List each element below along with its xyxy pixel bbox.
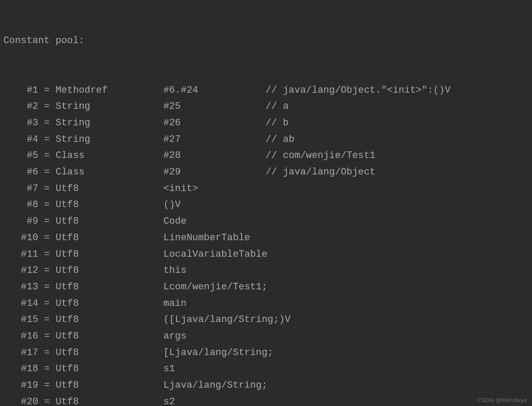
constant-pool-entry: #13 = Utf8Lcom/wenjie/Test1; <box>8 279 532 295</box>
entry-index: #16 <box>8 328 38 345</box>
entry-type: Utf8 <box>56 394 163 406</box>
constant-pool-entry: #16 = Utf8args <box>8 328 532 345</box>
constant-pool-entry: #9 = Utf8Code <box>8 213 532 230</box>
equals-sign: = <box>38 328 56 345</box>
entry-comment <box>266 295 532 312</box>
entry-comment <box>266 377 532 394</box>
entry-ref: Lcom/wenjie/Test1; <box>163 279 266 295</box>
constant-pool-entry: #4 = String#27// ab <box>8 131 532 148</box>
equals-sign: = <box>38 181 56 197</box>
entry-type: Utf8 <box>56 279 163 295</box>
entry-index: #10 <box>8 230 38 246</box>
constant-pool-entry: #12 = Utf8this <box>8 262 532 279</box>
entry-type: Utf8 <box>56 377 163 394</box>
constant-pool-entry: #8 = Utf8()V <box>8 197 532 213</box>
equals-sign: = <box>38 148 56 164</box>
entry-comment: // ab <box>266 131 532 148</box>
entry-comment <box>266 230 532 246</box>
equals-sign: = <box>38 115 56 131</box>
entry-index: #17 <box>8 345 38 361</box>
entry-ref: LocalVariableTable <box>163 246 266 263</box>
entry-type: Utf8 <box>56 312 163 328</box>
equals-sign: = <box>38 213 56 230</box>
entry-type: Class <box>56 164 163 181</box>
entry-ref: [Ljava/lang/String; <box>163 345 266 361</box>
entry-type: Methodref <box>56 82 163 99</box>
equals-sign: = <box>38 394 56 406</box>
entry-type: Utf8 <box>56 328 163 345</box>
equals-sign: = <box>38 295 56 312</box>
equals-sign: = <box>38 197 56 213</box>
entry-index: #19 <box>8 377 38 394</box>
equals-sign: = <box>38 131 56 148</box>
entry-comment <box>266 312 532 328</box>
entry-ref: this <box>163 262 266 279</box>
entry-ref: args <box>163 328 266 345</box>
constant-pool-entry: #6 = Class#29// java/lang/Object <box>8 164 532 181</box>
constant-pool-entry: #3 = String#26// b <box>8 115 532 131</box>
entry-type: Utf8 <box>56 181 163 197</box>
equals-sign: = <box>38 164 56 181</box>
entry-type: String <box>56 98 163 115</box>
entry-ref: LineNumberTable <box>163 230 266 246</box>
entry-type: Utf8 <box>56 295 163 312</box>
entry-type: Utf8 <box>56 262 163 279</box>
entry-type: Utf8 <box>56 230 163 246</box>
constant-pool-entry: #2 = String#25// a <box>8 98 532 115</box>
entry-index: #2 <box>8 98 38 115</box>
constant-pool-entry: #14 = Utf8main <box>8 295 532 312</box>
entry-type: Utf8 <box>56 213 163 230</box>
entry-comment <box>266 262 532 279</box>
entry-comment <box>266 345 532 361</box>
equals-sign: = <box>38 345 56 361</box>
entry-type: Utf8 <box>56 246 163 263</box>
entry-index: #5 <box>8 148 38 164</box>
entry-type: Utf8 <box>56 345 163 361</box>
entry-type: Utf8 <box>56 361 163 377</box>
entry-comment: // b <box>266 115 532 131</box>
entry-index: #1 <box>8 82 38 99</box>
entry-comment: // com/wenjie/Test1 <box>266 148 532 164</box>
entry-ref: #25 <box>163 98 266 115</box>
entry-comment <box>266 197 532 213</box>
entry-comment <box>266 279 532 295</box>
constant-pool-entry: #18 = Utf8s1 <box>8 361 532 377</box>
entry-ref: s1 <box>163 361 266 377</box>
equals-sign: = <box>38 361 56 377</box>
entry-comment <box>266 213 532 230</box>
constant-pool-entry: #5 = Class#28// com/wenjie/Test1 <box>8 148 532 164</box>
entry-ref: #28 <box>163 148 266 164</box>
equals-sign: = <box>38 262 56 279</box>
terminal-output: Constant pool: #1 = Methodref#6.#24// ja… <box>0 0 532 406</box>
entry-comment: // a <box>266 98 532 115</box>
entry-index: #6 <box>8 164 38 181</box>
constant-pool-entry: #1 = Methodref#6.#24// java/lang/Object.… <box>8 82 532 99</box>
equals-sign: = <box>38 98 56 115</box>
entry-index: #8 <box>8 197 38 213</box>
entry-comment <box>266 361 532 377</box>
entry-ref: main <box>163 295 266 312</box>
entry-type: String <box>56 131 163 148</box>
constant-pool-header: Constant pool: <box>3 33 532 49</box>
constant-pool-list: #1 = Methodref#6.#24// java/lang/Object.… <box>8 82 532 406</box>
entry-ref: Code <box>163 213 266 230</box>
constant-pool-entry: #20 = Utf8s2 <box>8 394 532 406</box>
entry-ref: #29 <box>163 164 266 181</box>
entry-index: #13 <box>8 279 38 295</box>
entry-ref: #6.#24 <box>163 82 266 99</box>
entry-index: #3 <box>8 115 38 131</box>
entry-type: Class <box>56 148 163 164</box>
entry-ref: <init> <box>163 181 266 197</box>
entry-index: #9 <box>8 213 38 230</box>
entry-ref: ([Ljava/lang/String;)V <box>163 312 266 328</box>
constant-pool-entry: #15 = Utf8([Ljava/lang/String;)V <box>8 312 532 328</box>
entry-index: #14 <box>8 295 38 312</box>
constant-pool-entry: #17 = Utf8[Ljava/lang/String; <box>8 345 532 361</box>
entry-index: #12 <box>8 262 38 279</box>
entry-index: #15 <box>8 312 38 328</box>
entry-comment <box>266 181 532 197</box>
entry-ref: ()V <box>163 197 266 213</box>
entry-type: Utf8 <box>56 197 163 213</box>
entry-comment <box>266 328 532 345</box>
entry-ref: s2 <box>163 394 266 406</box>
